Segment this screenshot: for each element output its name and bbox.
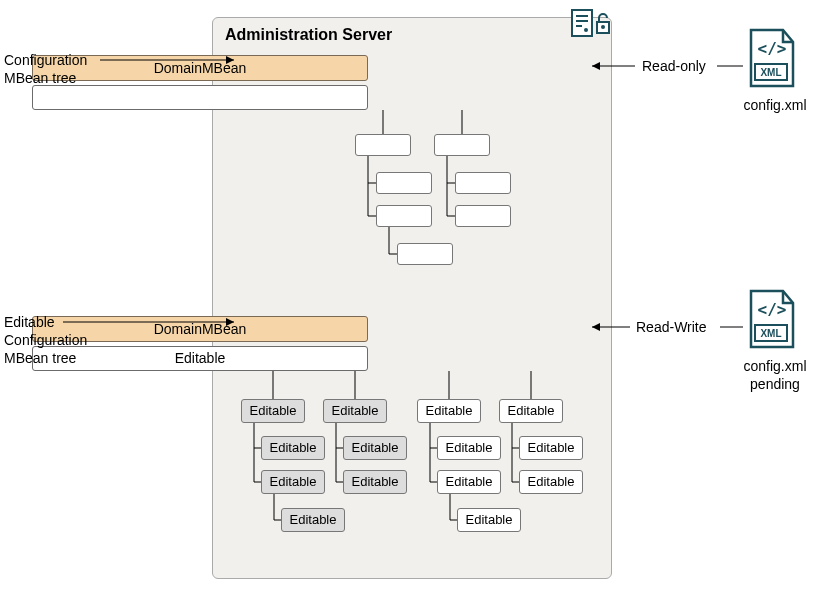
svg-text:XML: XML — [760, 328, 781, 339]
svg-text:XML: XML — [760, 67, 781, 78]
label-config-xml: config.xml — [735, 96, 815, 114]
editable-node: Editable — [437, 436, 501, 460]
domain-mbean-sub-readonly — [32, 85, 368, 110]
editable-node: Editable — [343, 436, 407, 460]
svg-point-6 — [601, 25, 605, 29]
svg-text:</>: </> — [758, 300, 787, 319]
editable-node: Editable — [437, 470, 501, 494]
editable-node: Editable — [261, 470, 325, 494]
mbean-node — [376, 205, 432, 227]
editable-node: Editable — [281, 508, 345, 532]
mbean-node — [397, 243, 453, 265]
svg-point-4 — [584, 28, 588, 32]
admin-server-title: Administration Server — [225, 26, 392, 44]
mbean-node — [455, 205, 511, 227]
editable-node: Editable — [519, 436, 583, 460]
editable-node: Editable — [417, 399, 481, 423]
label-config-mbean-tree: Configuration MBean tree — [4, 51, 87, 87]
label-config-xml-pending: config.xml pending — [735, 357, 815, 393]
mbean-node — [376, 172, 432, 194]
mbean-node — [434, 134, 490, 156]
editable-node: Editable — [323, 399, 387, 423]
svg-text:</>: </> — [758, 39, 787, 58]
editable-node: Editable — [261, 436, 325, 460]
label-editable-mbean-tree: Editable Configuration MBean tree — [4, 313, 87, 367]
label-read-write: Read-Write — [636, 319, 707, 335]
editable-node: Editable — [457, 508, 521, 532]
mbean-node — [455, 172, 511, 194]
xml-file-icon: </> XML — [743, 289, 799, 356]
server-lock-icon — [570, 8, 614, 41]
mbean-node — [355, 134, 411, 156]
svg-rect-0 — [572, 10, 592, 36]
xml-file-icon: </> XML — [743, 28, 799, 95]
editable-node: Editable — [499, 399, 563, 423]
label-read-only: Read-only — [642, 58, 706, 74]
editable-node: Editable — [343, 470, 407, 494]
editable-node: Editable — [241, 399, 305, 423]
editable-node: Editable — [519, 470, 583, 494]
